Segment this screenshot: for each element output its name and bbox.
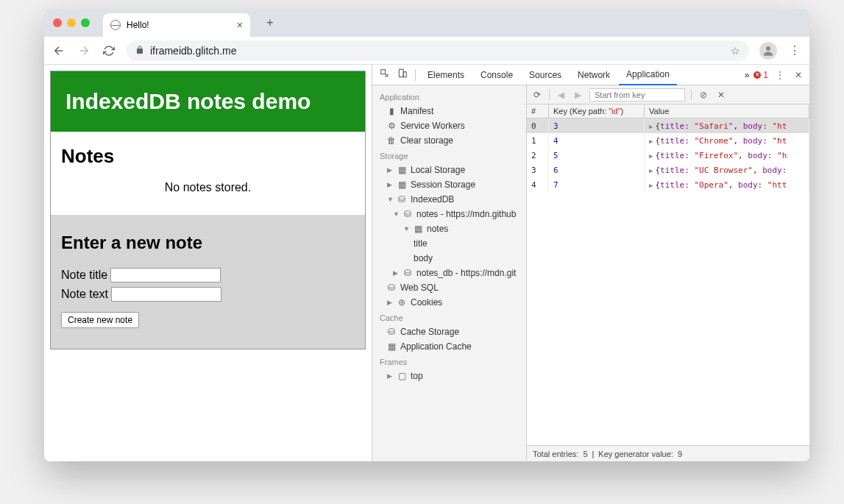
idb-toolbar: ⟳ ◀ ▶ ⊘ ✕ xyxy=(527,85,809,104)
row-index: 1 xyxy=(527,133,549,148)
no-notes-message: No notes stored. xyxy=(61,181,355,194)
row-index: 2 xyxy=(527,148,549,163)
database-icon: ⛁ xyxy=(403,210,412,219)
tab-network[interactable]: Network xyxy=(570,65,617,85)
frame-icon: ▢ xyxy=(397,372,406,380)
note-title-input[interactable] xyxy=(110,268,221,283)
database-icon: ⛁ xyxy=(397,195,406,204)
page-header: IndexedDB notes demo xyxy=(51,71,365,132)
content-area: IndexedDB notes demo Notes No notes stor… xyxy=(44,65,809,461)
row-key: 4 xyxy=(549,133,645,148)
trash-icon: 🗑 xyxy=(387,136,396,145)
maximize-window-icon[interactable] xyxy=(81,18,90,27)
next-page-icon[interactable]: ▶ xyxy=(572,90,584,100)
devtools-close-icon[interactable]: ✕ xyxy=(792,70,805,80)
sidebar-clear-storage[interactable]: 🗑Clear storage xyxy=(372,133,526,148)
chevron-down-icon: ▼ xyxy=(393,210,399,218)
clear-object-store-icon[interactable]: ⊘ xyxy=(698,90,709,100)
header-index[interactable]: # xyxy=(527,104,549,118)
menu-dots-icon[interactable]: ⋮ xyxy=(787,43,802,58)
database-icon: ⛁ xyxy=(387,283,396,292)
start-from-key-input[interactable] xyxy=(589,88,685,102)
lock-icon xyxy=(135,45,144,57)
note-title-label: Note title xyxy=(61,269,107,282)
tab-sources[interactable]: Sources xyxy=(522,65,569,85)
profile-avatar-icon[interactable] xyxy=(759,42,777,60)
table-row[interactable]: 4 7 ▶{title: "Opera", body: "htt xyxy=(527,177,809,192)
bookmark-star-icon[interactable]: ☆ xyxy=(731,45,740,57)
note-text-input[interactable] xyxy=(111,287,221,302)
sidebar-websql[interactable]: ⛁Web SQL xyxy=(372,280,526,295)
tab-close-icon[interactable]: × xyxy=(237,19,243,31)
demo-card: IndexedDB notes demo Notes No notes stor… xyxy=(50,71,366,349)
address-bar[interactable]: iframeidb.glitch.me ☆ xyxy=(127,40,749,61)
storage-icon: ▦ xyxy=(397,166,406,174)
prev-page-icon[interactable]: ◀ xyxy=(556,90,567,100)
url-text: iframeidb.glitch.me xyxy=(150,45,237,57)
chevron-down-icon: ▼ xyxy=(403,225,409,233)
svg-point-0 xyxy=(766,46,770,51)
chevron-right-icon: ▶ xyxy=(393,269,399,277)
browser-toolbar: iframeidb.glitch.me ☆ ⋮ xyxy=(44,37,809,65)
inspect-element-icon[interactable] xyxy=(377,68,393,81)
sidebar-manifest[interactable]: ▮Manifest xyxy=(372,104,526,118)
tab-console[interactable]: Console xyxy=(473,65,520,85)
minimize-window-icon[interactable] xyxy=(67,18,76,27)
forward-icon[interactable] xyxy=(77,43,91,58)
section-cache: Cache xyxy=(372,310,526,324)
table-row[interactable]: 2 5 ▶{title: "Firefox", body: "h xyxy=(527,148,809,163)
devtools-menu-icon[interactable]: ⋮ xyxy=(773,70,787,80)
back-icon[interactable] xyxy=(52,43,66,58)
browser-window: Hello! × + iframeidb.glitch.me ☆ ⋮ Index… xyxy=(44,9,809,461)
close-window-icon[interactable] xyxy=(53,18,62,27)
sidebar-cache-storage[interactable]: ⛁Cache Storage xyxy=(372,324,526,339)
error-badge[interactable]: ✕1 xyxy=(753,70,768,80)
sidebar-local-storage[interactable]: ▶▦Local Storage xyxy=(372,163,526,177)
reload-icon[interactable] xyxy=(102,43,116,58)
database-icon: ⛁ xyxy=(403,269,412,277)
row-value: ▶{title: "Opera", body: "htt xyxy=(645,177,809,192)
sidebar-index-title[interactable]: title xyxy=(372,236,526,251)
table-row[interactable]: 0 3 ▶{title: "Safari", body: "ht xyxy=(527,118,809,133)
sidebar-db-notes[interactable]: ▼⛁notes - https://mdn.github xyxy=(372,207,526,221)
more-tabs-icon[interactable]: » xyxy=(745,70,750,80)
chevron-right-icon: ▶ xyxy=(387,372,393,380)
devtools-main: ⟳ ◀ ▶ ⊘ ✕ # Key (Key path: "id") Va xyxy=(527,85,809,461)
tab-elements[interactable]: Elements xyxy=(420,65,472,85)
section-application: Application xyxy=(372,89,526,104)
row-value: ▶{title: "Firefox", body: "h xyxy=(645,148,809,163)
titlebar: Hello! × + xyxy=(44,9,809,37)
note-text-label: Note text xyxy=(61,288,108,301)
sidebar-db-notesdb[interactable]: ▶⛁notes_db - https://mdn.git xyxy=(372,266,526,280)
delete-selected-icon[interactable]: ✕ xyxy=(715,90,727,100)
form-heading: Enter a new note xyxy=(61,233,355,253)
device-toolbar-icon[interactable] xyxy=(394,68,411,81)
sidebar-session-storage[interactable]: ▶▦Session Storage xyxy=(372,177,526,192)
row-index: 3 xyxy=(527,163,549,177)
browser-tab[interactable]: Hello! × xyxy=(103,13,250,37)
row-value: ▶{title: "UC Browser", body: xyxy=(645,163,809,177)
section-storage: Storage xyxy=(372,148,526,163)
table-row[interactable]: 3 6 ▶{title: "UC Browser", body: xyxy=(527,163,809,177)
new-tab-button[interactable]: + xyxy=(260,13,280,32)
sidebar-app-cache[interactable]: ▦Application Cache xyxy=(372,339,526,354)
row-key: 3 xyxy=(549,118,645,133)
row-key: 5 xyxy=(549,148,645,163)
cookie-icon: ⊛ xyxy=(397,298,406,307)
sidebar-store-notes[interactable]: ▼▦notes xyxy=(372,221,526,236)
header-value[interactable]: Value xyxy=(645,104,809,118)
header-key[interactable]: Key (Key path: "id") xyxy=(549,104,645,118)
tab-application[interactable]: Application xyxy=(619,65,677,85)
refresh-icon[interactable]: ⟳ xyxy=(531,90,543,100)
row-value: ▶{title: "Chrome", body: "ht xyxy=(645,133,809,148)
page-viewport: IndexedDB notes demo Notes No notes stor… xyxy=(44,65,372,461)
sidebar-frame-top[interactable]: ▶▢top xyxy=(372,369,526,383)
sidebar-cookies[interactable]: ▶⊛Cookies xyxy=(372,295,526,310)
sidebar-index-body[interactable]: body xyxy=(372,251,526,266)
table-row[interactable]: 1 4 ▶{title: "Chrome", body: "ht xyxy=(527,133,809,148)
sidebar-service-workers[interactable]: ⚙Service Workers xyxy=(372,118,526,133)
sidebar-indexeddb[interactable]: ▼⛁IndexedDB xyxy=(372,192,526,207)
notes-heading: Notes xyxy=(61,145,355,168)
create-note-button[interactable]: Create new note xyxy=(61,312,139,328)
new-note-form: Enter a new note Note title Note text Cr… xyxy=(51,215,365,349)
